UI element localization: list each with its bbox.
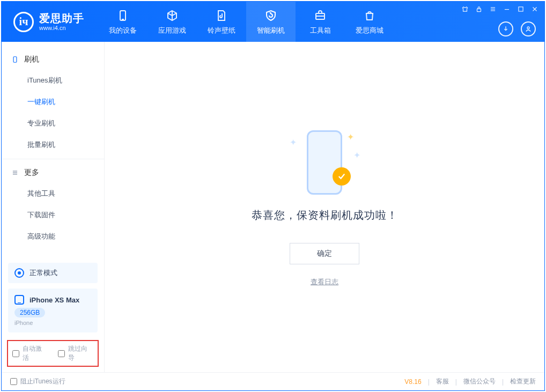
option-label: 自动激活 [23,344,48,363]
sidebar-item-onekey-flash[interactable]: 一键刷机 [2,91,104,113]
logo-text: 爱思助手 www.i4.cn [39,12,84,32]
device-row: iPhone XS Max [14,295,91,305]
sidebar-item-download-firmware[interactable]: 下载固件 [2,204,104,226]
minimize-icon[interactable] [503,5,511,13]
download-button[interactable] [498,21,513,36]
nav-ringtones[interactable]: 铃声壁纸 [197,2,246,42]
account-button[interactable] [521,21,536,36]
skip-guide-checkbox[interactable] [58,350,65,357]
statusbar-right: V8.16 | 客服 | 微信公众号 | 检查更新 [404,377,536,386]
wechat-link[interactable]: 微信公众号 [463,377,496,386]
mode-box[interactable]: 正常模式 [8,263,98,283]
window-controls-top [461,5,539,13]
divider: | [455,378,457,386]
logo-icon: iч [13,12,34,32]
maximize-icon[interactable] [517,5,525,13]
device-capacity: 256GB [14,308,45,317]
sidebar-section-flash: 刷机 [2,49,104,70]
device-phone-icon [14,295,24,305]
nav-label: 铃声壁纸 [208,26,235,35]
svg-rect-13 [13,57,17,63]
mode-indicator-icon [14,268,24,278]
device-box[interactable]: iPhone XS Max 256GB iPhone [8,289,98,332]
nav-flash[interactable]: 智能刷机 [246,2,296,42]
nav-apps-games[interactable]: 应用游戏 [147,2,197,42]
block-itunes-option[interactable]: 阻止iTunes运行 [10,377,65,386]
window-controls-bottom [498,21,536,36]
nav-label: 应用游戏 [158,26,186,35]
sidebar-item-itunes-flash[interactable]: iTunes刷机 [2,70,104,91]
sidebar-item-other-tools[interactable]: 其他工具 [2,183,104,204]
refresh-shield-icon [264,9,278,23]
section-title: 刷机 [24,55,39,64]
option-label: 跳过向导 [68,344,94,363]
sidebar-item-batch-flash[interactable]: 批量刷机 [2,134,104,156]
sparkle-icon: ✦ [353,150,360,160]
support-link[interactable]: 客服 [436,377,449,386]
main-content: ✦ ✦ ✦ 恭喜您，保资料刷机成功啦！ 确定 查看日志 [105,42,544,372]
confirm-button[interactable]: 确定 [290,243,359,264]
option-skip-guide[interactable]: 跳过向导 [58,344,94,363]
tshirt-icon[interactable] [461,5,469,13]
nav-store[interactable]: 爱思商城 [345,2,394,42]
sidebar-scroll: 刷机 iTunes刷机 一键刷机 专业刷机 批量刷机 更多 其他工具 下载固件 … [2,42,104,257]
menu-icon[interactable] [489,5,497,13]
app-name: 爱思助手 [39,12,84,25]
sidebar-item-pro-flash[interactable]: 专业刷机 [2,113,104,134]
titlebar: iч 爱思助手 www.i4.cn 我的设备 应用游戏 铃声壁纸 智能刷机 [2,2,544,42]
block-itunes-checkbox[interactable] [10,378,17,385]
lock-icon[interactable] [475,5,483,13]
divider: | [428,378,430,386]
success-illustration: ✦ ✦ ✦ [279,128,370,197]
view-log-link[interactable]: 查看日志 [311,277,338,287]
sidebar: 刷机 iTunes刷机 一键刷机 专业刷机 批量刷机 更多 其他工具 下载固件 … [2,42,105,372]
phone-illustration-icon [307,130,342,195]
svg-point-12 [527,27,529,29]
device-icon [11,56,19,63]
svg-rect-9 [519,7,523,11]
svg-rect-4 [477,9,481,11]
app-url: www.i4.cn [39,25,84,32]
body: 刷机 iTunes刷机 一键刷机 专业刷机 批量刷机 更多 其他工具 下载固件 … [2,42,544,372]
section-title: 更多 [24,168,39,177]
sparkle-icon: ✦ [347,132,354,142]
options-highlight-box: 自动激活 跳过向导 [7,340,99,367]
phone-icon [116,9,130,23]
sparkle-icon: ✦ [290,137,297,147]
auto-activate-checkbox[interactable] [12,350,19,357]
block-itunes-label: 阻止iTunes运行 [20,377,65,386]
success-message: 恭喜您，保资料刷机成功啦！ [252,208,398,223]
nav-my-device[interactable]: 我的设备 [98,2,147,42]
sidebar-item-advanced[interactable]: 高级功能 [2,226,104,247]
device-panel: 正常模式 iPhone XS Max 256GB iPhone [8,263,98,332]
sidebar-section-more: 更多 [2,162,104,183]
list-icon [11,169,19,176]
close-icon[interactable] [530,5,539,13]
option-auto-activate[interactable]: 自动激活 [12,344,48,363]
divider [2,159,104,159]
app-window: iч 爱思助手 www.i4.cn 我的设备 应用游戏 铃声壁纸 智能刷机 [1,1,545,391]
statusbar: 阻止iTunes运行 V8.16 | 客服 | 微信公众号 | 检查更新 [2,372,544,390]
nav-label: 智能刷机 [257,26,285,35]
toolbox-icon [313,9,327,23]
divider: | [502,378,504,386]
success-badge-icon [333,167,351,186]
music-file-icon [215,9,228,23]
mode-label: 正常模式 [29,268,57,278]
nav-label: 我的设备 [109,26,137,35]
top-nav: 我的设备 应用游戏 铃声壁纸 智能刷机 工具箱 爱思商城 [98,2,394,42]
bag-icon [363,9,377,23]
logo-area: iч 爱思助手 www.i4.cn [2,12,94,32]
device-type: iPhone [14,320,91,326]
cube-icon [165,9,179,23]
version-label: V8.16 [404,378,421,386]
nav-toolbox[interactable]: 工具箱 [296,2,345,42]
nav-label: 工具箱 [310,26,331,35]
check-update-link[interactable]: 检查更新 [510,377,536,386]
device-name: iPhone XS Max [29,296,79,304]
nav-label: 爱思商城 [356,26,383,35]
